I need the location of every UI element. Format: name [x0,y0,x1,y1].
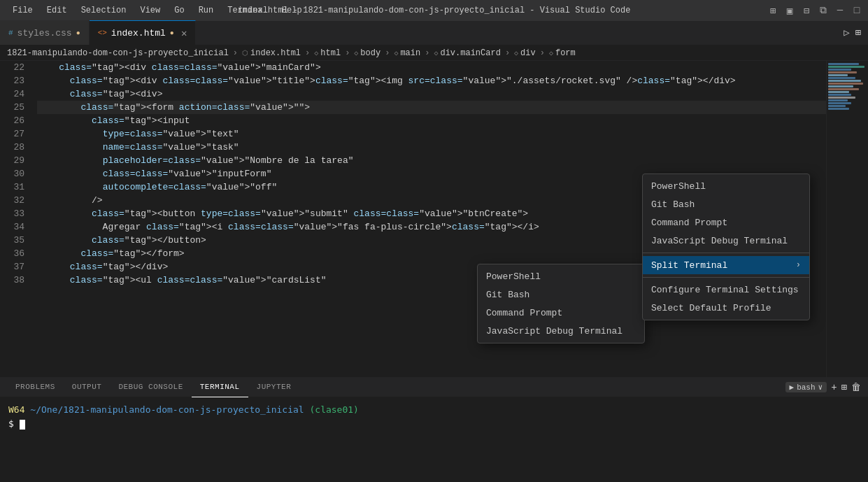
maximize-icon[interactable]: □ [853,6,861,15]
terminal-line: W64 ~/One/1821-manipulando-dom-con-js-pr… [8,403,860,417]
code-line-26: class="tag"><input [37,114,826,127]
layout2-icon[interactable]: ⧉ [819,6,827,15]
breadcrumb-sep-7: › [540,48,545,58]
secondary-menu-gitbash[interactable]: Git Bash [643,195,809,213]
tab-jupyter[interactable]: JUPYTER [248,378,300,397]
bash-label: bash [797,383,815,392]
breadcrumb-sep-3: › [345,48,350,58]
code-line-27: type=class="value">"text" [37,127,826,141]
tab-styles-css[interactable]: # styles.css ● [0,20,90,45]
css-file-icon: # [8,29,13,37]
panel-tab-right: ▶ bash ∨ + ⊞ 🗑 [785,381,862,393]
breadcrumb-sep-2: › [305,48,310,58]
secondary-menu-powershell[interactable]: PowerShell [643,177,809,195]
terminal-icon: ▶ [790,383,795,392]
menu-go[interactable]: Go [169,4,190,17]
code-line-24: class="tag"><div> [37,87,826,101]
code-line-29: placeholder=class="value">"Nombre de la … [37,154,826,167]
chevron-down-icon[interactable]: ∨ [818,383,823,392]
bash-badge: ▶ bash ∨ [785,382,827,392]
terminal-dollar: $ [8,418,20,429]
menu-separator-1 [643,253,809,253]
crumb-form-label: form [555,48,576,58]
run-icon[interactable]: ▷ [844,27,849,38]
terminal-content[interactable]: W64 ~/One/1821-manipulando-dom-con-js-pr… [0,397,868,482]
minimap[interactable] [826,61,868,377]
breadcrumb-sep-1: › [233,48,238,58]
terminal-branch: (clase01) [309,404,358,415]
breadcrumb: 1821-manipulando-dom-con-js-proyecto_ini… [0,45,868,61]
crumb-html-label: html [320,48,341,58]
submenu-arrow-icon: › [796,260,801,270]
crumb-file-label: index.html [250,48,301,58]
menu-selection[interactable]: Selection [76,4,132,17]
tab-index-label: index.html [111,28,166,38]
code-line-22: class="tag"><div class=class="value">"ma… [37,61,826,74]
menu-separator-2 [643,277,809,278]
primary-menu-gitbash[interactable]: Git Bash [478,285,644,304]
tab-terminal[interactable]: TERMINAL [192,378,248,397]
primary-context-menu: PowerShell Git Bash Command Prompt JavaS… [477,264,645,343]
split-editor-icon[interactable]: ⊞ [855,27,861,38]
code-line-25: class="tag"><form action=class="value">"… [37,101,826,114]
minimize-icon[interactable]: ─ [836,6,844,15]
sidebar-icon[interactable]: ▣ [785,6,794,15]
crumb-div-maincard[interactable]: ◇ div.mainCard [434,48,500,58]
menu-view[interactable]: View [134,4,166,17]
breadcrumb-sep-4: › [385,48,390,58]
tab-close-button[interactable]: ✕ [181,27,187,39]
secondary-menu-command-prompt[interactable]: Command Prompt [643,213,809,232]
menu-file[interactable]: File [7,4,38,17]
terminal-path: W64 [8,404,24,415]
line-numbers: 2223242526272829303132333435363738 [0,61,31,377]
kill-terminal-icon[interactable]: 🗑 [851,382,861,393]
panel-tabs: PROBLEMS OUTPUT DEBUG CONSOLE TERMINAL J… [0,378,868,397]
layout-icon[interactable]: ⊞ [769,6,777,15]
toolbar-right: ▷ ⊞ [844,20,868,45]
title-bar: File Edit Selection View Go Run Terminal… [0,0,868,21]
window-controls: ⊞ ▣ ⊟ ⧉ ─ □ [769,6,861,15]
crumb-html[interactable]: ◇ html [314,48,341,58]
secondary-menu-split-terminal[interactable]: Split Terminal › [643,256,809,274]
tab-index-modified: ● [170,29,174,37]
bottom-panel: PROBLEMS OUTPUT DEBUG CONSOLE TERMINAL J… [0,377,868,482]
crumb-divmaincard-label: div.mainCard [440,48,500,58]
tab-index-html[interactable]: <> index.html ● ✕ [90,20,197,45]
crumb-div[interactable]: ◇ div [514,48,536,58]
crumb-main[interactable]: ◇ main [394,48,420,58]
secondary-context-menu: PowerShell Git Bash Command Prompt JavaS… [642,173,810,320]
terminal-prompt-line: $ [8,417,860,431]
tab-debug-console[interactable]: DEBUG CONSOLE [110,378,191,397]
primary-menu-powershell[interactable]: PowerShell [478,267,644,285]
crumb-project[interactable]: 1821-manipulando-dom-con-js-proyecto_ini… [7,48,229,58]
primary-menu-js-debug[interactable]: JavaScript Debug Terminal [478,322,644,340]
code-line-23: class="tag"><div class=class="value">"ti… [37,74,826,87]
secondary-menu-js-debug[interactable]: JavaScript Debug Terminal [643,232,809,250]
primary-menu-command-prompt[interactable]: Command Prompt [478,304,644,322]
crumb-body[interactable]: ◇ body [354,48,380,58]
tab-bar: # styles.css ● <> index.html ● ✕ ▷ ⊞ [0,21,868,45]
crumb-file[interactable]: ⬡ index.html [242,48,301,58]
panel-icon[interactable]: ⊟ [802,6,811,15]
split-terminal-label: Split Terminal [651,260,727,271]
tab-styles-modified: ● [76,29,80,37]
code-line-28: name=class="value">"task" [37,141,826,154]
crumb-main-label: main [400,48,420,58]
tab-output[interactable]: OUTPUT [64,378,111,397]
menu-run[interactable]: Run [193,4,220,17]
breadcrumb-sep-6: › [505,48,510,58]
crumb-body-label: body [360,48,380,58]
terminal-cursor [20,420,25,430]
menu-edit[interactable]: Edit [41,4,73,17]
breadcrumb-sep-5: › [425,48,429,58]
tab-problems[interactable]: PROBLEMS [7,378,64,397]
secondary-menu-default-profile[interactable]: Select Default Profile [643,299,809,317]
split-terminal-icon[interactable]: ⊞ [841,381,847,393]
html-file-icon: <> [98,29,107,37]
crumb-form[interactable]: ◇ form [549,48,576,58]
crumb-project-label: 1821-manipulando-dom-con-js-proyecto_ini… [7,48,229,58]
secondary-menu-configure[interactable]: Configure Terminal Settings [643,281,809,299]
window-title: index.html - 1821-manipulando-dom-con-js… [238,6,631,15]
crumb-div-label: div [520,48,536,58]
add-terminal-icon[interactable]: + [831,382,837,393]
